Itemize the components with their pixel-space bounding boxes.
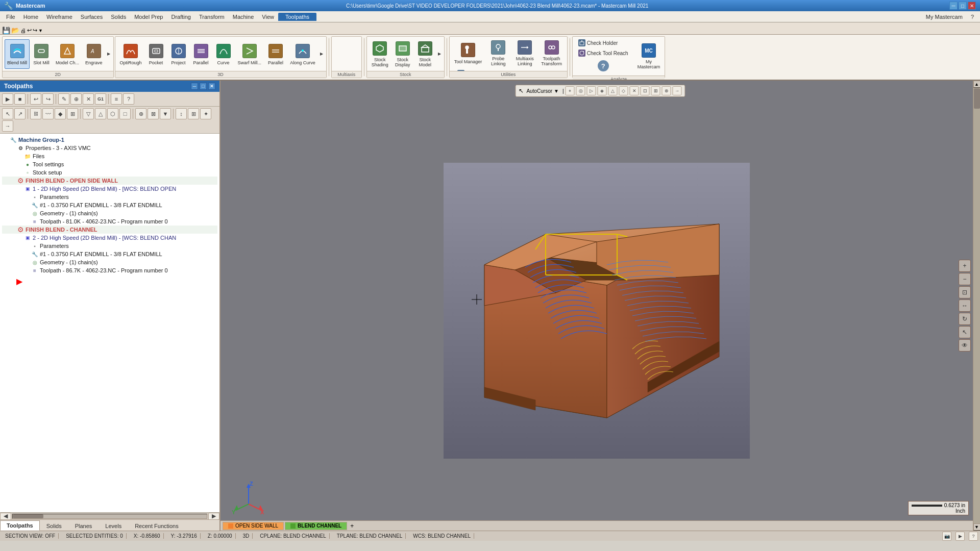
ribbon-btn-stock-shading[interactable]: StockShading — [369, 39, 391, 69]
ribbon-btn-along-curve[interactable]: Along Curve — [287, 39, 318, 69]
view-tab-open-side-wall[interactable]: OPEN SIDE WALL — [223, 522, 284, 530]
quick-undo[interactable]: ↩ — [27, 27, 32, 34]
restore-btn[interactable]: □ — [959, 2, 967, 10]
right-scrollbar[interactable]: ▲ ▼ — [973, 81, 980, 531]
tree-area[interactable]: 🔧 Machine Group-1 ⚙ Properties - 3 - AXI… — [0, 134, 219, 512]
tree-finish-blend-channel[interactable]: ⚙ FINISH BLEND - CHANNEL — [2, 226, 217, 234]
ribbon-btn-parallel2[interactable]: Parallel — [265, 39, 286, 69]
tb-filter-square-btn[interactable]: □ — [119, 108, 131, 119]
stock-expand-btn[interactable]: ▶ — [437, 39, 442, 69]
tb-edit-btn[interactable]: ✎ — [58, 93, 69, 105]
quick-more[interactable]: ▼ — [38, 28, 43, 33]
tree-tool-settings[interactable]: ● Tool settings — [2, 160, 217, 168]
tree-files[interactable]: 📁 Files — [2, 152, 217, 160]
ribbon-btn-swarf[interactable]: Swarf Mill... — [235, 39, 264, 69]
menu-model-prep[interactable]: Model Prep — [130, 13, 167, 21]
quick-save[interactable]: 💾 — [2, 27, 10, 34]
ribbon-btn-help[interactable]: ? — [575, 59, 632, 74]
vp-pan-btn[interactable]: ↔ — [959, 299, 971, 312]
tb-back-btn[interactable]: ↩ — [30, 93, 41, 105]
tb-delete-btn[interactable]: ✕ — [83, 93, 94, 105]
vp-fit-btn[interactable]: ⊡ — [959, 286, 971, 298]
ribbon-btn-engrave[interactable]: A Engrave — [83, 39, 105, 69]
panel-close-btn[interactable]: ✕ — [208, 83, 215, 90]
tree-op1[interactable]: ▣ 1 - 2D High Speed (2D Blend Mill) - [W… — [2, 185, 217, 193]
view-tab-plus[interactable]: + — [348, 522, 356, 530]
tree-stock-setup[interactable]: ▫ Stock setup — [2, 168, 217, 177]
ribbon-btn-multiaxis-linking[interactable]: MultiaxisLinking — [512, 38, 537, 68]
tree-op2-toolpath[interactable]: ≡ Toolpath - 86.7K - 4062-23.NC - Progra… — [2, 266, 217, 274]
menu-wireframe[interactable]: Wireframe — [42, 13, 77, 21]
scroll-left-btn[interactable]: ◀ — [0, 513, 11, 520]
ribbon-btn-parallel[interactable]: Parallel — [190, 39, 212, 69]
tree-op2-geom[interactable]: ◎ Geometry - (1) chain(s) — [2, 258, 217, 266]
menu-my-mastercam[interactable]: My Mastercam — [922, 13, 967, 21]
h-scrollbar[interactable]: ◀ ▶ — [0, 512, 219, 519]
ribbon-btn-check-holder[interactable]: Check Holder — [575, 38, 632, 47]
quick-print[interactable]: 🖨 — [20, 28, 26, 34]
scroll-track[interactable] — [12, 514, 207, 519]
vp-view-btn[interactable]: 👁 — [959, 339, 971, 352]
tb-filter-hex-btn[interactable]: ⬡ — [107, 108, 118, 119]
tab-levels[interactable]: Levels — [99, 520, 128, 531]
tb-grid-btn[interactable]: ⊞ — [67, 108, 78, 119]
scroll-thumb[interactable] — [13, 514, 43, 518]
tb-select-btn[interactable]: ↖ — [2, 108, 13, 119]
ribbon-btn-optirough[interactable]: OptiRough — [117, 39, 144, 69]
menu-drafting[interactable]: Drafting — [167, 13, 195, 21]
status-play-btn[interactable]: ▶ — [955, 532, 965, 541]
ribbon-btn-project[interactable]: Project — [168, 39, 189, 69]
menu-view[interactable]: View — [258, 13, 278, 21]
menu-file[interactable]: File — [2, 13, 19, 21]
ac-btn7[interactable]: ✕ — [630, 86, 639, 95]
ribbon-btn-slot-mill[interactable]: Slot Mill — [31, 39, 52, 69]
ribbon-btn-tool-manager[interactable]: Tool Manager — [452, 38, 485, 68]
tree-op2[interactable]: ▣ 2 - 2D High Speed (2D Blend Mill) - [W… — [2, 234, 217, 242]
tb-add-btn[interactable]: ⊕ — [70, 93, 82, 105]
tree-op2-tool[interactable]: 🔧 #1 - 0.3750 FLAT ENDMILL - 3/8 FLAT EN… — [2, 250, 217, 258]
ac-btn11[interactable]: → — [673, 86, 682, 95]
tb-expand-btn[interactable]: ▼ — [160, 108, 171, 119]
tab-toolpaths[interactable]: Toolpaths — [0, 520, 40, 531]
ribbon-btn-my-mastercam[interactable]: MC MyMastercam — [635, 41, 663, 71]
tb-help-btn[interactable]: ? — [123, 93, 134, 105]
viewport[interactable]: ↖ AutoCursor ▼ | ⌖ ◎ ▷ ◈ △ ◇ ✕ ⊡ ⊞ ⊗ → — [220, 81, 980, 531]
ac-btn6[interactable]: ◇ — [619, 86, 628, 95]
ribbon-btn-trim[interactable]: Nesting — [454, 79, 508, 80]
tree-op1-toolpath[interactable]: ≡ Toolpath - 81.0K - 4062-23.NC - Progra… — [2, 217, 217, 226]
ribbon-btn-pocket[interactable]: Pocket — [145, 39, 167, 69]
vsb-bottom-btn[interactable]: ▼ — [973, 523, 981, 531]
vsb-top-btn[interactable]: ▲ — [973, 81, 981, 88]
tb-star-btn[interactable]: ✦ — [200, 108, 211, 119]
tree-op1-tool[interactable]: 🔧 #1 - 0.3750 FLAT ENDMILL - 3/8 FLAT EN… — [2, 201, 217, 209]
ribbon-btn-blend-mill[interactable]: Blend Mill — [5, 39, 30, 69]
quick-redo[interactable]: ↪ — [33, 27, 37, 34]
ribbon-btn-stock-model[interactable]: StockModel — [414, 39, 436, 69]
ac-btn9[interactable]: ⊞ — [651, 86, 660, 95]
tb-filter-down-btn[interactable]: ▽ — [83, 108, 94, 119]
tab-solids[interactable]: Solids — [40, 520, 68, 531]
tab-recent-functions[interactable]: Recent Functions — [128, 520, 185, 531]
menu-solids[interactable]: Solids — [107, 13, 130, 21]
status-help-btn[interactable]: ? — [969, 532, 978, 541]
tb-filter-triangle-btn[interactable]: △ — [95, 108, 106, 119]
status-cam-btn[interactable]: 📷 — [942, 532, 951, 541]
panel-restore-btn[interactable]: □ — [200, 83, 207, 90]
ac-btn5[interactable]: △ — [608, 86, 618, 95]
tb-list-btn[interactable]: ≡ — [111, 93, 122, 105]
tb-diamond-btn[interactable]: ◆ — [55, 108, 66, 119]
3d-expand-btn[interactable]: ▶ — [319, 39, 324, 69]
tree-machine-group[interactable]: 🔧 Machine Group-1 — [2, 136, 217, 144]
ribbon-btn-model-chamfer[interactable]: Model Ch... — [53, 39, 82, 69]
ribbon-btn-stock-display[interactable]: StockDisplay — [392, 39, 413, 69]
tree-op1-params[interactable]: ▪ Parameters — [2, 193, 217, 201]
menu-surfaces[interactable]: Surfaces — [77, 13, 107, 21]
vp-select-btn[interactable]: ↖ — [959, 326, 971, 338]
tree-op1-geom[interactable]: ◎ Geometry - (1) chain(s) — [2, 209, 217, 217]
menu-transform[interactable]: Transform — [195, 13, 229, 21]
tb-run-btn[interactable]: ▶ — [2, 93, 13, 105]
tb-arrow-btn[interactable]: ↗ — [14, 108, 26, 119]
ac-btn2[interactable]: ◎ — [576, 86, 585, 95]
menu-home[interactable]: Home — [19, 13, 42, 21]
ribbon-btn-toolpath-transform[interactable]: ToolpathTransform — [538, 38, 565, 68]
